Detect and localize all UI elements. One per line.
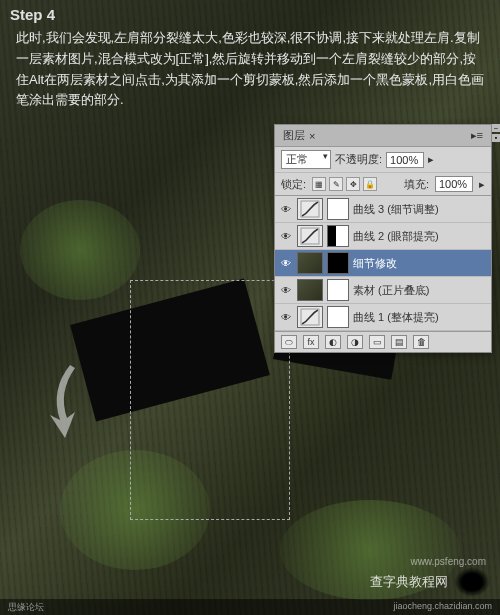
link-layers-icon[interactable]: ⬭ bbox=[281, 335, 297, 349]
opacity-label: 不透明度: bbox=[335, 152, 382, 167]
visibility-eye-icon[interactable]: 👁 bbox=[279, 285, 293, 296]
layer-row[interactable]: 👁细节修改 bbox=[275, 250, 491, 277]
lock-pixels-icon[interactable]: ✎ bbox=[329, 177, 343, 191]
visibility-eye-icon[interactable]: 👁 bbox=[279, 204, 293, 215]
panel-minimize-icon[interactable]: – bbox=[492, 124, 500, 132]
blend-opacity-row: 正常 不透明度: 100% ▸ bbox=[275, 147, 491, 173]
curves-thumb-icon[interactable] bbox=[297, 198, 323, 220]
instruction-text: 此时,我们会发现,左肩部分裂缝太大,色彩也较深,很不协调,接下来就处理左肩.复制… bbox=[16, 28, 484, 111]
forum-credit: 思缘论坛 bbox=[8, 601, 44, 613]
panel-tab-layers[interactable]: 图层 × bbox=[283, 128, 315, 143]
layer-thumb[interactable] bbox=[297, 279, 323, 301]
adjustment-icon[interactable]: ◑ bbox=[347, 335, 363, 349]
layer-row[interactable]: 👁素材 (正片叠底) bbox=[275, 277, 491, 304]
lock-label: 锁定: bbox=[281, 177, 306, 192]
ink-splash-icon bbox=[454, 567, 490, 597]
panel-tab-close-icon[interactable]: × bbox=[309, 130, 315, 142]
panel-menu-icon[interactable]: ▸≡ bbox=[471, 129, 483, 142]
lock-all-icon[interactable]: 🔒 bbox=[363, 177, 377, 191]
layer-name-label: 曲线 1 (整体提亮) bbox=[353, 310, 439, 325]
group-icon[interactable]: ▭ bbox=[369, 335, 385, 349]
moss-patch bbox=[20, 200, 140, 300]
watermark: 查字典教程网 bbox=[370, 567, 490, 597]
new-layer-icon[interactable]: ▤ bbox=[391, 335, 407, 349]
layer-name-label: 素材 (正片叠底) bbox=[353, 283, 429, 298]
layer-name-label: 曲线 2 (眼部提亮) bbox=[353, 229, 439, 244]
layer-name-label: 曲线 3 (细节调整) bbox=[353, 202, 439, 217]
fill-flyout-icon[interactable]: ▸ bbox=[479, 178, 485, 191]
layer-row[interactable]: 👁曲线 3 (细节调整) bbox=[275, 196, 491, 223]
lock-fill-row: 锁定: ▦ ✎ ✥ 🔒 填充: 100% ▸ bbox=[275, 173, 491, 196]
arrow-indicator bbox=[40, 360, 100, 440]
curves-thumb-icon[interactable] bbox=[297, 306, 323, 328]
lock-icons-group: ▦ ✎ ✥ 🔒 bbox=[312, 177, 377, 191]
layer-mask-thumb[interactable] bbox=[327, 198, 349, 220]
lock-position-icon[interactable]: ✥ bbox=[346, 177, 360, 191]
selection-marquee[interactable] bbox=[130, 280, 290, 520]
visibility-eye-icon[interactable]: 👁 bbox=[279, 231, 293, 242]
layer-mask-thumb[interactable] bbox=[327, 252, 349, 274]
watermark-text: 查字典教程网 bbox=[370, 573, 448, 591]
fx-icon[interactable]: fx bbox=[303, 335, 319, 349]
lock-transparency-icon[interactable]: ▦ bbox=[312, 177, 326, 191]
panel-tab-bar: 图层 × ▸≡ bbox=[275, 125, 491, 147]
visibility-eye-icon[interactable]: 👁 bbox=[279, 258, 293, 269]
panel-collapse-icon[interactable]: ▪ bbox=[492, 134, 500, 142]
layer-mask-thumb[interactable] bbox=[327, 306, 349, 328]
layer-mask-thumb[interactable] bbox=[327, 279, 349, 301]
visibility-eye-icon[interactable]: 👁 bbox=[279, 312, 293, 323]
layer-row[interactable]: 👁曲线 1 (整体提亮) bbox=[275, 304, 491, 331]
layer-mask-thumb[interactable] bbox=[327, 225, 349, 247]
panel-footer: ⬭ fx ◐ ◑ ▭ ▤ 🗑 bbox=[275, 331, 491, 352]
layers-list: 👁曲线 3 (细节调整)👁曲线 2 (眼部提亮)👁细节修改👁素材 (正片叠底)👁… bbox=[275, 196, 491, 331]
layer-thumb[interactable] bbox=[297, 252, 323, 274]
layer-row[interactable]: 👁曲线 2 (眼部提亮) bbox=[275, 223, 491, 250]
panel-window-controls: – ▪ bbox=[492, 124, 500, 142]
panel-tab-label-text: 图层 bbox=[283, 128, 305, 143]
step-label: Step 4 bbox=[10, 6, 55, 23]
psfeng-watermark: www.psfeng.com bbox=[410, 556, 486, 567]
curves-thumb-icon[interactable] bbox=[297, 225, 323, 247]
opacity-flyout-icon[interactable]: ▸ bbox=[428, 153, 434, 166]
opacity-input[interactable]: 100% bbox=[386, 152, 424, 168]
bottom-bar: 思缘论坛 jiaocheng.chazidian.com bbox=[0, 599, 500, 615]
fill-input[interactable]: 100% bbox=[435, 176, 473, 192]
fill-label: 填充: bbox=[404, 177, 429, 192]
mask-icon[interactable]: ◐ bbox=[325, 335, 341, 349]
layer-name-label: 细节修改 bbox=[353, 256, 397, 271]
delete-layer-icon[interactable]: 🗑 bbox=[413, 335, 429, 349]
blend-mode-dropdown[interactable]: 正常 bbox=[281, 150, 331, 169]
layers-panel: 图层 × ▸≡ 正常 不透明度: 100% ▸ 锁定: ▦ ✎ ✥ 🔒 填充: … bbox=[274, 124, 492, 353]
site-url: jiaocheng.chazidian.com bbox=[393, 601, 492, 613]
